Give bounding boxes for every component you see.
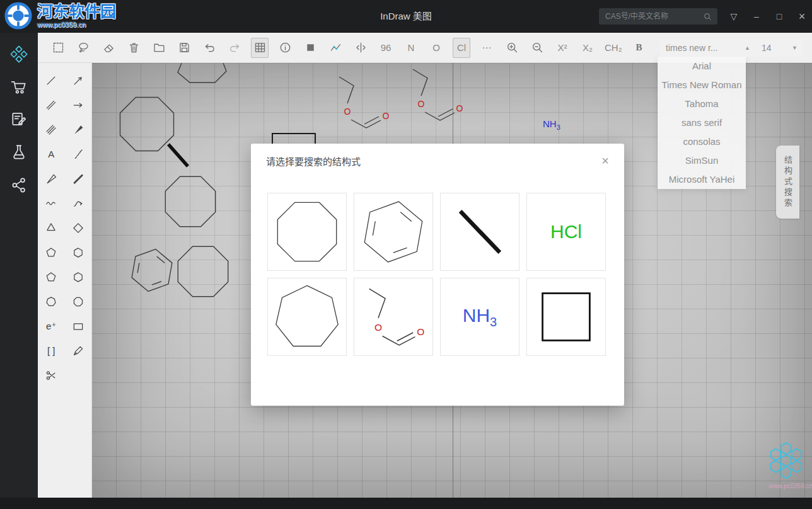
select-rect-tool[interactable] (49, 38, 67, 58)
orders-icon[interactable] (10, 111, 28, 129)
font-size-select[interactable]: 14 ▼ (756, 39, 803, 57)
dialog-close-icon[interactable]: × (601, 154, 609, 167)
atom-cl-button[interactable]: Cl (453, 38, 470, 58)
canvas-nh3-label[interactable]: NH3 (543, 118, 560, 131)
font-family-select[interactable]: times new r... ▲ (659, 39, 757, 57)
template-96[interactable]: 96 (377, 38, 395, 58)
fill-tool[interactable] (301, 38, 319, 58)
font-option-tahoma[interactable]: Tahoma (658, 94, 746, 113)
minimize-icon[interactable]: – (751, 12, 762, 21)
structure-search-dialog: 请选择要搜索的结构式 × HClOONH3 (251, 144, 624, 406)
ring-8-tool[interactable] (69, 293, 87, 311)
bracket-tool[interactable]: [ ] (42, 342, 60, 360)
bold-bond-tool[interactable] (69, 170, 87, 188)
hash-bond-tool[interactable] (69, 146, 87, 163)
svg-text:O: O (418, 99, 425, 109)
dialog-title: 请选择要搜索的结构式 (266, 154, 361, 168)
font-option-microsoft-yahei[interactable]: Microsoft YaHei (658, 170, 746, 189)
curve-arrow-tool[interactable] (69, 195, 87, 212)
single-bond-tool[interactable] (42, 72, 60, 89)
font-dropdown-list: ArialTimes New RomanTahomasans serifcons… (658, 57, 746, 189)
corner-watermark-url: www.pc0359.cn (768, 483, 812, 489)
structure-hcl[interactable]: HCl (526, 193, 606, 271)
delete-button[interactable] (125, 38, 142, 58)
double-bond-tool[interactable] (42, 96, 60, 114)
site-watermark-url: www.pc0359.cn (37, 21, 116, 28)
structure-cycloheptane[interactable] (267, 278, 347, 356)
dialog-header: 请选择要搜索的结构式 × (251, 144, 624, 178)
structure-tile-grid: HClOONH3 (251, 178, 624, 356)
svg-text:O: O (383, 111, 390, 121)
text-tool[interactable]: A (42, 146, 60, 163)
ch2-button[interactable]: CH₂ (604, 38, 623, 58)
cart-icon[interactable] (10, 78, 28, 96)
font-option-arial[interactable]: Arial (658, 57, 746, 76)
zoom-in-button[interactable] (503, 38, 521, 58)
charge-tool[interactable]: e⁺ (42, 317, 60, 335)
triple-bond-tool[interactable] (42, 121, 60, 139)
font-option-consolas[interactable]: consolas (658, 132, 746, 151)
close-icon[interactable]: × (797, 11, 807, 22)
reaction-arrow-tool[interactable] (69, 96, 87, 114)
wavy-bond-tool[interactable] (42, 195, 60, 212)
superscript-button[interactable]: X² (554, 38, 571, 58)
svg-text:O: O (374, 322, 382, 333)
structure-cyclooctane[interactable] (267, 193, 347, 271)
lasso-tool[interactable] (74, 38, 92, 58)
maximize-icon[interactable]: □ (774, 12, 784, 21)
ring-5-tool[interactable] (42, 244, 60, 261)
structure-square[interactable] (526, 278, 606, 356)
snowflake-logo-icon (767, 441, 806, 480)
save-button[interactable] (175, 38, 193, 58)
structure-search-tab[interactable]: 结构式搜索 (776, 146, 799, 219)
app-logo-icon[interactable] (10, 45, 28, 63)
font-option-times-new-roman[interactable]: Times New Roman (658, 76, 746, 94)
pin-icon[interactable]: ▽ (729, 12, 739, 21)
bold-button[interactable]: B (630, 38, 648, 58)
ring-6-tool[interactable] (69, 244, 87, 261)
annotation-arrow-tool[interactable] (69, 72, 87, 89)
rectangle-tool[interactable] (69, 317, 87, 335)
font-option-simsun[interactable]: SimSun (658, 151, 746, 170)
svg-text:O: O (456, 103, 463, 113)
open-button[interactable] (150, 38, 168, 58)
ring-3-tool[interactable] (42, 219, 60, 237)
ring-7-tool[interactable] (42, 293, 60, 311)
atom-n-button[interactable]: N (402, 38, 420, 58)
eraser-tool[interactable] (100, 38, 117, 58)
structure-ester[interactable]: OO (354, 278, 433, 356)
table-tool[interactable] (251, 38, 269, 58)
ring-4-tool[interactable] (69, 219, 87, 237)
clean-structure-tool[interactable] (327, 38, 344, 58)
pen-tool[interactable] (69, 342, 87, 360)
ring-5b-tool[interactable] (42, 268, 60, 286)
subscript-button[interactable]: X₂ (579, 38, 596, 58)
undo-button[interactable] (200, 38, 218, 58)
share-icon[interactable] (10, 176, 28, 194)
search-icon (703, 12, 712, 21)
cas-search-box[interactable] (599, 8, 717, 25)
hollow-wedge-tool[interactable] (42, 170, 60, 188)
atom-o-button[interactable]: O (427, 38, 445, 58)
structure-benzene[interactable] (354, 193, 433, 271)
structure-bond[interactable] (440, 193, 519, 271)
font-size-value: 14 (762, 43, 772, 53)
left-rail (0, 33, 38, 498)
chevron-down-icon: ▼ (792, 45, 798, 51)
tool-palette: Ae⁺[ ] (38, 63, 92, 498)
redo-button[interactable] (226, 38, 243, 58)
cas-search-input[interactable] (604, 11, 703, 21)
scissors-tool[interactable] (42, 367, 60, 384)
structure-nh3[interactable]: NH3 (440, 278, 519, 356)
info-button[interactable] (276, 38, 294, 58)
bond-adjust-tool[interactable] (352, 38, 369, 58)
site-watermark-name: 河东软件园 (37, 3, 116, 21)
font-option-sans-serif[interactable]: sans serif (658, 113, 746, 132)
flask-icon[interactable] (10, 144, 28, 161)
font-family-value: times new r... (666, 43, 717, 53)
status-bar (0, 498, 812, 509)
zoom-out-button[interactable] (528, 38, 546, 58)
wedge-bond-tool[interactable] (69, 121, 87, 139)
ring-6b-tool[interactable] (69, 268, 87, 286)
more-atoms-button[interactable]: ⋯ (478, 38, 496, 58)
